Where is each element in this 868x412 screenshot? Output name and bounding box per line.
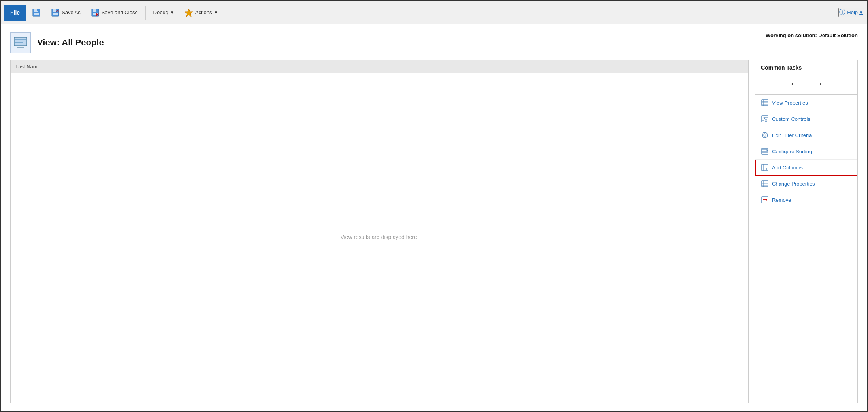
sidebar-item-custom-controls[interactable]: Custom Controls: [755, 111, 857, 127]
view-footer: [11, 401, 748, 403]
main-wrapper: View: All People Working on solution: De…: [1, 24, 867, 411]
sidebar-item-label-view-properties: View Properties: [772, 100, 808, 106]
view-body: View results are displayed here.: [11, 73, 748, 401]
save-and-close-button[interactable]: Save and Close: [87, 5, 142, 20]
column-header: Last Name: [11, 60, 748, 73]
actions-button[interactable]: Actions ▼: [180, 5, 222, 20]
debug-dropdown-icon: ▼: [170, 10, 174, 15]
svg-marker-14: [185, 9, 193, 17]
sidebar-item-label-custom-controls: Custom Controls: [772, 116, 810, 122]
actions-dropdown-icon: ▼: [214, 10, 218, 15]
actions-label: Actions: [195, 9, 212, 15]
view-properties-icon: [761, 99, 769, 107]
toolbar-separator: [145, 6, 146, 20]
svg-point-31: [764, 134, 766, 136]
svg-rect-18: [15, 42, 23, 43]
back-arrow-button[interactable]: ←: [790, 79, 798, 89]
view-icon: [10, 32, 31, 53]
save-as-icon: A: [51, 8, 60, 17]
sidebar-item-configure-sorting[interactable]: Configure Sorting: [755, 143, 857, 160]
sidebar-item-view-properties[interactable]: View Properties: [755, 95, 857, 111]
sidebar-item-label-remove: Remove: [772, 197, 791, 203]
sidebar-item-label-edit-filter: Edit Filter Criteria: [772, 132, 812, 138]
svg-rect-6: [53, 13, 58, 15]
sidebar-item-add-columns[interactable]: Add Columns: [755, 160, 857, 176]
actions-icon: [185, 8, 193, 17]
svg-point-29: [765, 120, 767, 122]
sidebar-item-label-configure-sorting: Configure Sorting: [772, 149, 812, 154]
svg-rect-3: [37, 9, 38, 11]
sidebar-item-change-properties[interactable]: Change Properties: [755, 176, 857, 192]
sidebar-title: Common Tasks: [755, 60, 857, 75]
view-title-area: View: All People: [10, 32, 104, 53]
file-button[interactable]: File: [4, 5, 26, 21]
save-as-button[interactable]: A Save As: [47, 5, 85, 20]
edit-filter-icon: [761, 131, 769, 139]
toolbar-right: ⓘ Help ▼: [838, 8, 864, 17]
svg-rect-37: [762, 164, 768, 171]
add-columns-icon: [761, 164, 769, 171]
save-as-label: Save As: [62, 9, 81, 15]
help-circle-icon: ⓘ: [839, 8, 845, 17]
remove-icon: [761, 196, 769, 204]
page-title: View: All People: [37, 38, 104, 48]
save-and-close-icon: [91, 8, 100, 17]
configure-sorting-icon: [761, 147, 769, 155]
sidebar-item-label-add-columns: Add Columns: [772, 165, 803, 171]
help-dropdown-icon: ▼: [859, 10, 863, 15]
help-button[interactable]: ⓘ Help ▼: [838, 8, 864, 17]
content-area: Last Name View results are displayed her…: [10, 60, 858, 403]
sidebar-item-label-change-properties: Change Properties: [772, 181, 815, 187]
column-last-name: Last Name: [11, 60, 129, 73]
toolbar: File A Save As: [1, 1, 867, 24]
sidebar-item-edit-filter[interactable]: Edit Filter Criteria: [755, 127, 857, 143]
debug-label: Debug: [153, 9, 168, 15]
view-panel: Last Name View results are displayed her…: [10, 60, 749, 403]
svg-rect-2: [34, 13, 39, 15]
solution-text: Working on solution: Default Solution: [766, 32, 858, 38]
custom-controls-icon: [761, 115, 769, 123]
column-extra: [129, 60, 748, 73]
svg-point-26: [763, 117, 765, 119]
svg-rect-19: [17, 47, 24, 48]
help-label: Help: [847, 9, 858, 15]
header-row: View: All People Working on solution: De…: [10, 32, 858, 53]
svg-text:A: A: [56, 9, 59, 13]
save-and-close-label: Save and Close: [102, 9, 138, 15]
debug-button[interactable]: Debug ▼: [149, 5, 179, 20]
common-tasks-sidebar: Common Tasks ← → View Properties: [755, 60, 858, 403]
sidebar-arrows: ← →: [755, 75, 857, 95]
svg-rect-17: [15, 41, 26, 41]
change-properties-icon: [761, 180, 769, 188]
forward-arrow-button[interactable]: →: [814, 79, 823, 89]
svg-rect-10: [93, 9, 96, 12]
save-button[interactable]: [28, 5, 45, 20]
sidebar-item-remove[interactable]: Remove: [755, 192, 857, 208]
save-icon: [32, 8, 41, 17]
svg-rect-16: [15, 39, 26, 40]
empty-message: View results are displayed here.: [340, 234, 418, 240]
